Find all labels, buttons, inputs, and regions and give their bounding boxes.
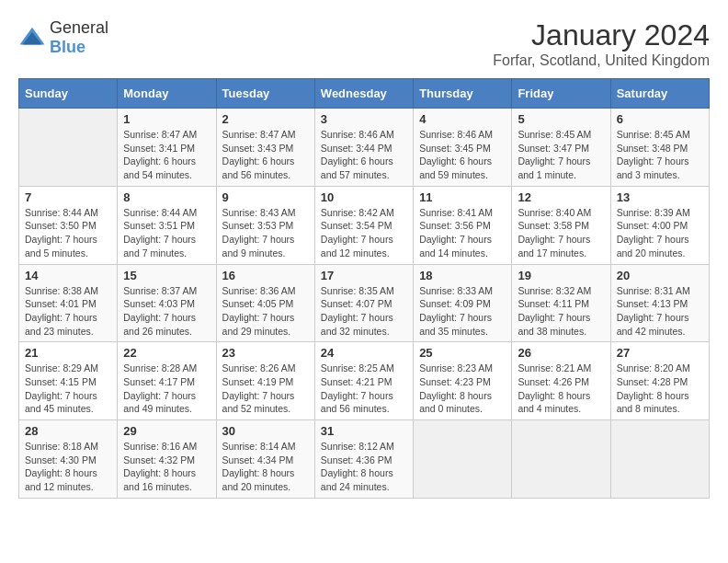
day-info: Sunrise: 8:45 AMSunset: 3:48 PMDaylight:… <box>617 128 703 182</box>
calendar-cell: 26 Sunrise: 8:21 AMSunset: 4:26 PMDaylig… <box>512 342 610 420</box>
calendar-cell: 22 Sunrise: 8:28 AMSunset: 4:17 PMDaylig… <box>118 342 216 420</box>
day-number: 7 <box>25 190 111 204</box>
calendar-cell: 17 Sunrise: 8:35 AMSunset: 4:07 PMDaylig… <box>314 264 413 342</box>
day-number: 17 <box>321 269 407 282</box>
day-number: 2 <box>222 112 309 126</box>
calendar-cell: 6 Sunrise: 8:45 AMSunset: 3:48 PMDayligh… <box>610 109 709 187</box>
calendar-cell: 25 Sunrise: 8:23 AMSunset: 4:23 PMDaylig… <box>414 342 512 420</box>
calendar-cell: 27 Sunrise: 8:20 AMSunset: 4:28 PMDaylig… <box>610 342 709 420</box>
day-info: Sunrise: 8:45 AMSunset: 3:47 PMDaylight:… <box>518 128 604 182</box>
day-info: Sunrise: 8:43 AMSunset: 3:53 PMDaylight:… <box>222 206 309 260</box>
day-info: Sunrise: 8:39 AMSunset: 4:00 PMDaylight:… <box>617 206 703 260</box>
day-number: 10 <box>321 190 407 204</box>
day-number: 28 <box>25 424 111 438</box>
calendar-cell <box>414 420 512 499</box>
calendar-cell: 4 Sunrise: 8:46 AMSunset: 3:45 PMDayligh… <box>414 109 512 187</box>
calendar-cell: 28 Sunrise: 8:18 AMSunset: 4:30 PMDaylig… <box>19 420 118 499</box>
calendar-cell: 31 Sunrise: 8:12 AMSunset: 4:36 PMDaylig… <box>314 420 413 499</box>
day-info: Sunrise: 8:33 AMSunset: 4:09 PMDaylight:… <box>419 284 506 339</box>
day-number: 14 <box>25 269 111 282</box>
calendar-week-1: 1 Sunrise: 8:47 AMSunset: 3:41 PMDayligh… <box>19 109 710 187</box>
day-info: Sunrise: 8:44 AMSunset: 3:50 PMDaylight:… <box>25 206 111 260</box>
calendar-cell: 21 Sunrise: 8:29 AMSunset: 4:15 PMDaylig… <box>19 342 118 420</box>
day-info: Sunrise: 8:38 AMSunset: 4:01 PMDaylight:… <box>25 284 111 339</box>
day-info: Sunrise: 8:14 AMSunset: 4:34 PMDaylight:… <box>222 440 309 494</box>
day-info: Sunrise: 8:26 AMSunset: 4:19 PMDaylight:… <box>222 362 309 416</box>
day-number: 15 <box>123 269 210 282</box>
day-info: Sunrise: 8:41 AMSunset: 3:56 PMDaylight:… <box>419 206 506 260</box>
calendar-cell: 11 Sunrise: 8:41 AMSunset: 3:56 PMDaylig… <box>414 186 512 264</box>
calendar-cell: 3 Sunrise: 8:46 AMSunset: 3:44 PMDayligh… <box>314 109 413 187</box>
calendar-cell: 7 Sunrise: 8:44 AMSunset: 3:50 PMDayligh… <box>19 186 118 264</box>
calendar-cell: 9 Sunrise: 8:43 AMSunset: 3:53 PMDayligh… <box>216 186 314 264</box>
day-number: 30 <box>222 424 309 438</box>
day-info: Sunrise: 8:42 AMSunset: 3:54 PMDaylight:… <box>321 206 407 260</box>
day-info: Sunrise: 8:37 AMSunset: 4:03 PMDaylight:… <box>123 284 210 339</box>
header-sunday: Sunday <box>19 79 118 109</box>
calendar-cell: 29 Sunrise: 8:16 AMSunset: 4:32 PMDaylig… <box>118 420 216 499</box>
day-info: Sunrise: 8:44 AMSunset: 3:51 PMDaylight:… <box>123 206 210 260</box>
calendar-week-3: 14 Sunrise: 8:38 AMSunset: 4:01 PMDaylig… <box>19 264 710 342</box>
calendar-week-5: 28 Sunrise: 8:18 AMSunset: 4:30 PMDaylig… <box>19 420 710 499</box>
day-number: 29 <box>123 424 210 438</box>
calendar-header-row: Sunday Monday Tuesday Wednesday Thursday… <box>19 79 710 109</box>
calendar-cell: 15 Sunrise: 8:37 AMSunset: 4:03 PMDaylig… <box>118 264 216 342</box>
day-number: 23 <box>222 346 309 360</box>
calendar-cell <box>610 420 709 499</box>
day-info: Sunrise: 8:32 AMSunset: 4:11 PMDaylight:… <box>518 284 604 339</box>
day-info: Sunrise: 8:47 AMSunset: 3:43 PMDaylight:… <box>222 128 309 182</box>
logo-blue: Blue <box>50 38 85 56</box>
day-number: 4 <box>419 112 506 126</box>
day-number: 27 <box>617 346 703 360</box>
calendar-cell: 18 Sunrise: 8:33 AMSunset: 4:09 PMDaylig… <box>414 264 512 342</box>
day-number: 20 <box>617 269 703 282</box>
calendar-cell: 13 Sunrise: 8:39 AMSunset: 4:00 PMDaylig… <box>610 186 709 264</box>
day-number: 24 <box>321 346 407 360</box>
calendar-cell: 2 Sunrise: 8:47 AMSunset: 3:43 PMDayligh… <box>216 109 314 187</box>
calendar-cell: 12 Sunrise: 8:40 AMSunset: 3:58 PMDaylig… <box>512 186 610 264</box>
calendar-cell: 30 Sunrise: 8:14 AMSunset: 4:34 PMDaylig… <box>216 420 314 499</box>
day-info: Sunrise: 8:46 AMSunset: 3:45 PMDaylight:… <box>419 128 506 182</box>
header-monday: Monday <box>118 79 216 109</box>
day-number: 1 <box>123 112 210 126</box>
calendar-week-4: 21 Sunrise: 8:29 AMSunset: 4:15 PMDaylig… <box>19 342 710 420</box>
day-info: Sunrise: 8:21 AMSunset: 4:26 PMDaylight:… <box>518 362 604 416</box>
day-number: 19 <box>518 269 604 282</box>
calendar-table: Sunday Monday Tuesday Wednesday Thursday… <box>18 78 710 499</box>
calendar-cell: 1 Sunrise: 8:47 AMSunset: 3:41 PMDayligh… <box>118 109 216 187</box>
day-number: 16 <box>222 269 309 282</box>
calendar-week-2: 7 Sunrise: 8:44 AMSunset: 3:50 PMDayligh… <box>19 186 710 264</box>
day-info: Sunrise: 8:28 AMSunset: 4:17 PMDaylight:… <box>123 362 210 416</box>
day-info: Sunrise: 8:35 AMSunset: 4:07 PMDaylight:… <box>321 284 407 339</box>
calendar-cell: 20 Sunrise: 8:31 AMSunset: 4:13 PMDaylig… <box>610 264 709 342</box>
day-number: 31 <box>321 424 407 438</box>
day-number: 12 <box>518 190 604 204</box>
logo-icon <box>18 24 46 52</box>
day-number: 13 <box>617 190 703 204</box>
day-number: 5 <box>518 112 604 126</box>
header-thursday: Thursday <box>414 79 512 109</box>
calendar-cell: 5 Sunrise: 8:45 AMSunset: 3:47 PMDayligh… <box>512 109 610 187</box>
day-number: 11 <box>419 190 506 204</box>
day-number: 21 <box>25 346 111 360</box>
calendar-cell: 23 Sunrise: 8:26 AMSunset: 4:19 PMDaylig… <box>216 342 314 420</box>
day-info: Sunrise: 8:18 AMSunset: 4:30 PMDaylight:… <box>25 440 111 494</box>
day-number: 3 <box>321 112 407 126</box>
day-number: 25 <box>419 346 506 360</box>
day-info: Sunrise: 8:12 AMSunset: 4:36 PMDaylight:… <box>321 440 407 494</box>
header-friday: Friday <box>512 79 610 109</box>
day-info: Sunrise: 8:23 AMSunset: 4:23 PMDaylight:… <box>419 362 506 416</box>
day-info: Sunrise: 8:25 AMSunset: 4:21 PMDaylight:… <box>321 362 407 416</box>
day-number: 9 <box>222 190 309 204</box>
calendar-cell: 8 Sunrise: 8:44 AMSunset: 3:51 PMDayligh… <box>118 186 216 264</box>
logo-text: General Blue <box>50 18 108 57</box>
calendar-cell: 19 Sunrise: 8:32 AMSunset: 4:11 PMDaylig… <box>512 264 610 342</box>
day-info: Sunrise: 8:36 AMSunset: 4:05 PMDaylight:… <box>222 284 309 339</box>
calendar-cell: 14 Sunrise: 8:38 AMSunset: 4:01 PMDaylig… <box>19 264 118 342</box>
day-number: 8 <box>123 190 210 204</box>
day-info: Sunrise: 8:29 AMSunset: 4:15 PMDaylight:… <box>25 362 111 416</box>
calendar-cell: 24 Sunrise: 8:25 AMSunset: 4:21 PMDaylig… <box>314 342 413 420</box>
header-tuesday: Tuesday <box>216 79 314 109</box>
logo-general: General <box>50 18 108 37</box>
main-title: January 2024 <box>493 18 710 52</box>
